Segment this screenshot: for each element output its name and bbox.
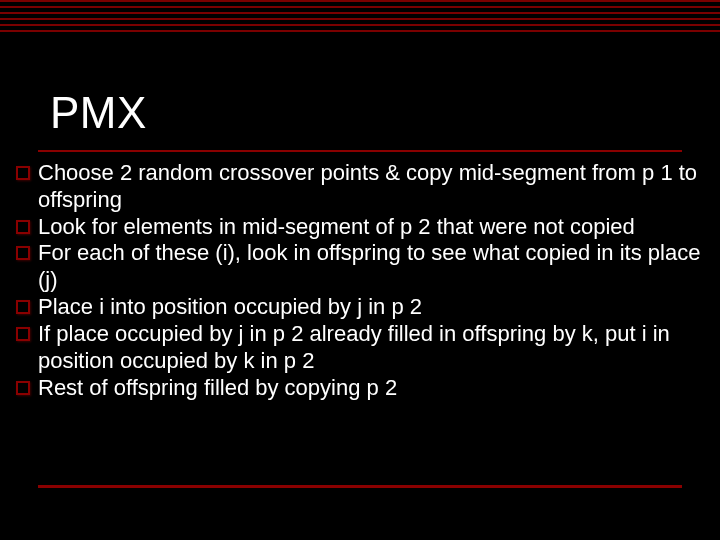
- list-item: Choose 2 random crossover points & copy …: [16, 160, 706, 214]
- square-bullet-icon: [16, 381, 30, 395]
- list-item-text: Rest of offspring filled by copying p 2: [38, 375, 706, 402]
- square-bullet-icon: [16, 220, 30, 234]
- title-underline: [38, 150, 682, 152]
- bullet-list: Choose 2 random crossover points & copy …: [16, 160, 706, 401]
- square-bullet-icon: [16, 166, 30, 180]
- list-item-text: Place i into position occupied by j in p…: [38, 294, 706, 321]
- list-item: Place i into position occupied by j in p…: [16, 294, 706, 321]
- slide-title: PMX: [50, 88, 147, 138]
- list-item: Rest of offspring filled by copying p 2: [16, 375, 706, 402]
- list-item: Look for elements in mid-segment of p 2 …: [16, 214, 706, 241]
- slide: PMX Choose 2 random crossover points & c…: [0, 0, 720, 540]
- decorative-stripes-top: [0, 0, 720, 34]
- square-bullet-icon: [16, 327, 30, 341]
- square-bullet-icon: [16, 246, 30, 260]
- decorative-bottom-bar: [38, 485, 682, 488]
- list-item-text: Choose 2 random crossover points & copy …: [38, 160, 706, 214]
- list-item-text: If place occupied by j in p 2 already fi…: [38, 321, 706, 375]
- square-bullet-icon: [16, 300, 30, 314]
- list-item-text: For each of these (i), look in offspring…: [38, 240, 706, 294]
- list-item: If place occupied by j in p 2 already fi…: [16, 321, 706, 375]
- list-item: For each of these (i), look in offspring…: [16, 240, 706, 294]
- list-item-text: Look for elements in mid-segment of p 2 …: [38, 214, 706, 241]
